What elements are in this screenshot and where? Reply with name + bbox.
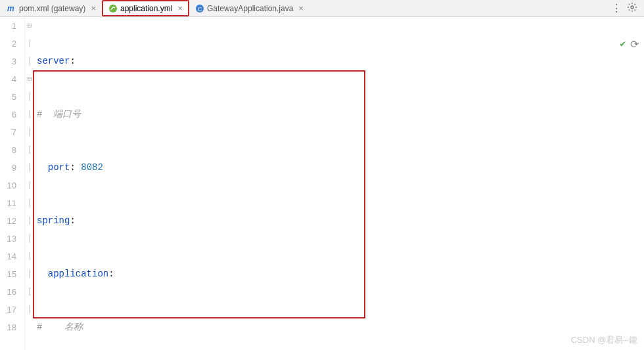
line-number: 7	[0, 123, 16, 141]
java-class-icon: C	[195, 4, 204, 13]
tab-label: application.yml	[120, 4, 172, 13]
svg-point-4	[631, 6, 633, 9]
fold-icon[interactable]: ⊟	[25, 70, 34, 88]
fold-line: │	[25, 230, 34, 248]
line-number: 16	[0, 283, 16, 301]
fold-line: │	[25, 265, 34, 283]
line-number-gutter: 1 2 3 4 5 6 7 8 9 10 11 12 13 14 15 16 1…	[0, 17, 25, 350]
fold-line: │	[25, 212, 34, 230]
svg-line-9	[629, 4, 630, 5]
code-area[interactable]: server: # 端口号 port: 8082 spring: applica…	[34, 17, 644, 350]
tab-label: pom.xml (gateway)	[19, 4, 85, 13]
line-number: 12	[0, 212, 16, 230]
tab-java[interactable]: C GatewayApplication.java ×	[189, 0, 310, 16]
fold-icon[interactable]: ⊟	[25, 17, 34, 35]
line-number: 1	[0, 17, 16, 35]
line-number: 17	[0, 301, 16, 318]
tab-label: GatewayApplication.java	[207, 4, 293, 13]
editor-main: 1 2 3 4 5 6 7 8 9 10 11 12 13 14 15 16 1…	[0, 17, 644, 350]
line-number: 2	[0, 35, 16, 53]
code-line: # 名称	[37, 318, 644, 336]
close-icon[interactable]: ×	[88, 3, 96, 13]
line-number: 14	[0, 248, 16, 265]
line-number: 13	[0, 230, 16, 248]
line-number: 8	[0, 141, 16, 159]
editor-tabs: m pom.xml (gateway) × application.yml × …	[0, 0, 644, 17]
line-number: 3	[0, 53, 16, 70]
maven-icon: m	[7, 4, 16, 13]
close-icon[interactable]: ×	[296, 3, 304, 13]
svg-text:C: C	[198, 6, 202, 12]
fold-line: │	[25, 123, 34, 141]
tab-application-yml[interactable]: application.yml ×	[102, 0, 189, 16]
fold-line: │	[25, 194, 34, 212]
fold-line: │	[25, 301, 34, 318]
fold-column: ⊟ │ │ ⊟ │ │ │ │ │ │ │ │ │ │ │ │ │	[25, 17, 34, 350]
close-icon[interactable]: ×	[175, 3, 183, 13]
fold-line: │	[25, 53, 34, 70]
watermark: CSDN @君易--鑨	[571, 334, 637, 346]
code-line: port: 8082	[37, 159, 644, 177]
line-number: 4	[0, 70, 16, 88]
fold-line: │	[25, 88, 34, 106]
line-number: 5	[0, 88, 16, 106]
line-number: 11	[0, 194, 16, 212]
line-number: 18	[0, 318, 16, 336]
svg-text:m: m	[7, 4, 14, 13]
gear-icon[interactable]	[627, 2, 637, 14]
tab-pom[interactable]: m pom.xml (gateway) ×	[1, 0, 102, 16]
code-line: server:	[37, 53, 644, 70]
code-line: spring:	[37, 212, 644, 230]
fold-line: │	[25, 35, 34, 53]
more-icon[interactable]: ⋮	[611, 2, 622, 14]
line-number: 15	[0, 265, 16, 283]
fold-line	[25, 318, 34, 336]
line-number: 9	[0, 159, 16, 177]
line-number: 6	[0, 106, 16, 123]
fold-line: │	[25, 106, 34, 123]
fold-line: │	[25, 283, 34, 301]
fold-line: │	[25, 159, 34, 177]
spring-icon	[108, 4, 118, 13]
fold-line: │	[25, 248, 34, 265]
svg-line-11	[629, 10, 630, 11]
fold-line: │	[25, 177, 34, 194]
svg-line-12	[635, 4, 636, 5]
line-number: 10	[0, 177, 16, 194]
check-icon: ✔	[620, 38, 626, 49]
svg-point-1	[109, 5, 117, 12]
code-line: application:	[37, 265, 644, 283]
svg-line-10	[635, 10, 636, 11]
reload-icon[interactable]: ⟳	[630, 38, 639, 51]
fold-line: │	[25, 141, 34, 159]
code-line: # 端口号	[37, 106, 644, 123]
